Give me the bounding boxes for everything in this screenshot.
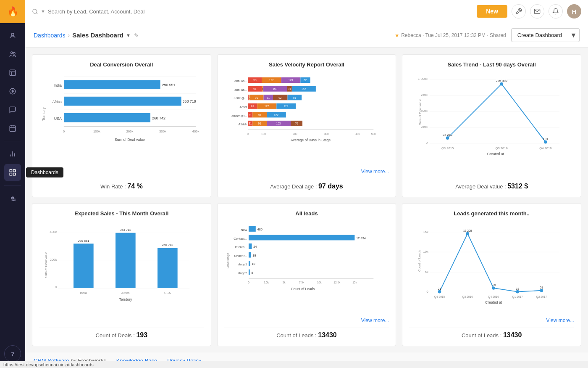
sidebar-item-leads[interactable] xyxy=(4,46,21,63)
sidebar-item-settings[interactable] xyxy=(4,190,21,207)
widget-all-leads-view-more[interactable]: View more... xyxy=(224,318,389,323)
svg-text:15k: 15k xyxy=(352,281,357,284)
widget-expected-sales-footer: Count of Deals : 193 xyxy=(39,328,204,339)
sidebar-item-calendar[interactable] xyxy=(4,120,21,137)
sidebar-item-dashboards[interactable]: Dashboards xyxy=(4,164,21,181)
create-dashboard-button[interactable]: Create Dashboard xyxy=(511,28,568,42)
avg-deal-value-label: Average Deal value : xyxy=(455,183,506,190)
bell-button[interactable] xyxy=(549,4,563,19)
svg-text:122: 122 xyxy=(274,114,278,116)
svg-text:250k: 250k xyxy=(421,125,428,129)
svg-text:Q4 2016: Q4 2016 xyxy=(488,295,499,299)
svg-text:153: 153 xyxy=(276,122,281,125)
widget-sales-velocity-footer: Average Deal age : 97 days xyxy=(224,179,389,190)
svg-text:Q4 2015: Q4 2015 xyxy=(434,295,445,299)
widget-sales-trend-chart: Sum of Deal value 0 250k 500k 750k 1 000… xyxy=(409,72,574,175)
svg-text:13 208: 13 208 xyxy=(463,229,472,232)
svg-text:91: 91 xyxy=(253,87,257,90)
breadcrumb-current-label: Sales Dashboard xyxy=(72,32,123,39)
svg-text:92: 92 xyxy=(278,96,282,99)
svg-text:0: 0 xyxy=(427,290,428,294)
search-icon xyxy=(32,8,38,15)
sidebar-item-messages[interactable] xyxy=(4,101,21,118)
svg-text:34 260: 34 260 xyxy=(443,133,452,137)
svg-text:31: 31 xyxy=(288,87,291,90)
svg-text:India: India xyxy=(80,291,87,295)
svg-text:61: 61 xyxy=(267,96,270,99)
svg-text:New: New xyxy=(241,228,247,232)
mail-button[interactable] xyxy=(530,4,544,19)
breadcrumb-dropdown-arrow[interactable]: ▼ xyxy=(126,33,131,38)
svg-text:Interes...: Interes... xyxy=(235,245,247,249)
svg-text:91: 91 xyxy=(258,114,261,116)
create-dashboard-wrap: Create Dashboard ▼ xyxy=(511,28,580,42)
svg-text:100: 100 xyxy=(261,132,266,135)
svg-text:10: 10 xyxy=(252,262,255,266)
sidebar-item-reports[interactable] xyxy=(4,64,21,81)
sidebar-item-contacts[interactable] xyxy=(4,27,21,44)
user-avatar[interactable]: H xyxy=(567,4,581,19)
svg-text:stage1: stage1 xyxy=(237,262,247,266)
widget-leads-generated-chart: Count of Leads 0 5k 10k 15k 21 13 208 xyxy=(409,221,574,315)
svg-text:100k: 100k xyxy=(93,130,100,133)
svg-text:Africa: Africa xyxy=(121,291,130,295)
sidebar-item-analytics[interactable] xyxy=(4,146,21,162)
svg-text:10k: 10k xyxy=(423,250,428,254)
svg-rect-157 xyxy=(249,261,250,266)
svg-text:91: 91 xyxy=(258,122,261,125)
svg-text:10k: 10k xyxy=(317,281,322,284)
svg-text:Territory: Territory xyxy=(42,107,46,120)
widget-sales-velocity-view-more[interactable]: View more... xyxy=(224,169,389,175)
svg-text:0: 0 xyxy=(426,141,428,145)
breadcrumb-parent[interactable]: Dashboards xyxy=(34,32,66,39)
widget-sales-trend-footer: Average Deal value : 5312 $ xyxy=(409,179,574,190)
widget-expected-sales-title: Expected Sales - This Month Overall xyxy=(39,210,204,217)
svg-rect-18 xyxy=(13,173,16,175)
svg-rect-15 xyxy=(10,169,12,172)
svg-text:400k: 400k xyxy=(192,130,200,133)
svg-text:0: 0 xyxy=(55,285,57,289)
widget-leads-generated-view-more[interactable]: View more... xyxy=(409,318,574,323)
dashboard-meta: ★ Rebecca · Tue Jul 25, 2017 12:32 PM · … xyxy=(395,32,506,38)
svg-text:353 718: 353 718 xyxy=(183,99,196,103)
svg-text:260 742: 260 742 xyxy=(152,116,165,120)
svg-text:122: 122 xyxy=(269,79,273,82)
new-button[interactable]: New xyxy=(477,5,507,18)
widget-sales-trend-title: Sales Trend - Last 90 days Overall xyxy=(409,61,574,68)
dashboards-tooltip: Dashboards xyxy=(26,167,63,177)
svg-line-21 xyxy=(36,13,37,14)
tools-button[interactable] xyxy=(512,4,526,19)
svg-text:8: 8 xyxy=(251,271,253,275)
topnav-actions: New H xyxy=(477,4,581,19)
avg-deal-age-value: 97 days xyxy=(318,183,343,190)
sidebar-item-deals[interactable] xyxy=(4,83,21,100)
app-logo[interactable]: 🔥 xyxy=(0,0,25,23)
svg-text:Q2 2017: Q2 2017 xyxy=(536,295,547,299)
search-input[interactable] xyxy=(48,8,477,15)
svg-point-182 xyxy=(466,232,470,236)
create-dashboard-dropdown[interactable]: ▼ xyxy=(568,28,580,42)
svg-text:5k: 5k xyxy=(282,281,286,284)
svg-text:31: 31 xyxy=(249,114,252,116)
count-leads-value: 13430 xyxy=(318,331,337,339)
breadcrumb-edit-icon[interactable]: ✎ xyxy=(134,32,139,39)
svg-text:0: 0 xyxy=(248,281,249,284)
svg-text:24: 24 xyxy=(253,245,257,249)
widget-all-leads-footer: Count of Leads : 13430 xyxy=(224,328,389,339)
widget-sales-velocity-chart: abhilas... 90 122 123 62 abhilas... 91 0 xyxy=(224,72,389,166)
breadcrumb-separator: › xyxy=(68,32,70,39)
svg-text:stage2: stage2 xyxy=(237,271,247,275)
widget-leads-generated-title: Leads generated this month.. xyxy=(409,210,574,217)
svg-text:2.5k: 2.5k xyxy=(264,281,269,284)
avg-deal-value: 5312 $ xyxy=(507,183,528,190)
svg-rect-135 xyxy=(116,233,136,288)
svg-text:Count of Leads: Count of Leads xyxy=(291,287,315,291)
svg-text:400: 400 xyxy=(355,132,360,135)
svg-text:12.5k: 12.5k xyxy=(333,281,341,284)
svg-text:353 718: 353 718 xyxy=(120,228,131,232)
svg-text:260 742: 260 742 xyxy=(162,243,173,247)
svg-text:Q1 2017: Q1 2017 xyxy=(512,295,523,299)
search-filter-arrow[interactable]: ▼ xyxy=(41,9,45,14)
sidebar-item-help[interactable]: ? xyxy=(4,345,21,362)
svg-rect-154 xyxy=(249,252,251,257)
